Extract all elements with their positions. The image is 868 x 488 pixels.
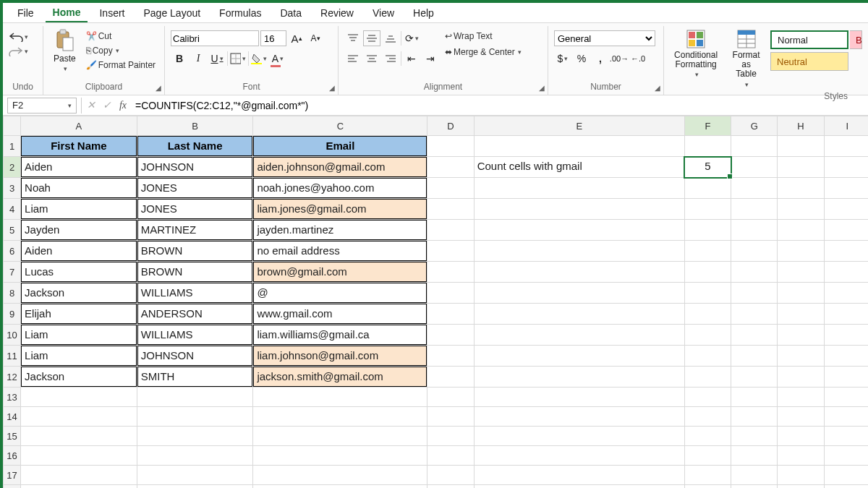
cell-B11[interactable]: JOHNSON [137, 346, 253, 367]
cell-A10[interactable]: Liam [21, 325, 137, 346]
cell-F3[interactable] [684, 178, 731, 199]
cell-B6[interactable]: BROWN [137, 241, 253, 262]
menu-insert[interactable]: Insert [92, 4, 132, 22]
format-as-table-button[interactable]: Format as Table▾ [726, 27, 766, 90]
spreadsheet-grid[interactable]: ABCDEFGHI1First NameLast NameEmail2Aiden… [3, 116, 868, 488]
increase-indent-icon[interactable]: ⇥ [422, 51, 439, 67]
cell-G15[interactable] [731, 427, 778, 446]
cell-H1[interactable] [778, 136, 824, 157]
orientation-icon[interactable]: ⟳▾ [403, 30, 420, 46]
row-header-16[interactable]: 16 [4, 446, 21, 466]
cell-G18[interactable] [731, 485, 778, 489]
cell-F15[interactable] [684, 427, 731, 446]
select-all-corner[interactable] [4, 116, 21, 136]
cell-A6[interactable]: Aiden [21, 241, 137, 262]
cell-D18[interactable] [427, 485, 474, 489]
row-header-1[interactable]: 1 [4, 136, 21, 157]
cell-D3[interactable] [427, 178, 474, 199]
cell-F7[interactable] [684, 262, 731, 283]
undo-icon[interactable]: ▾ [9, 32, 28, 42]
cell-I12[interactable] [824, 367, 868, 388]
cell-F8[interactable] [684, 283, 731, 304]
cell-G5[interactable] [731, 220, 778, 241]
cell-B17[interactable] [137, 466, 253, 485]
cell-H16[interactable] [778, 446, 824, 466]
cell-C13[interactable] [253, 388, 427, 407]
cell-I15[interactable] [824, 427, 868, 446]
row-header-17[interactable]: 17 [4, 466, 21, 485]
menu-view[interactable]: View [365, 4, 401, 22]
cell-C18[interactable] [253, 485, 427, 489]
cell-A18[interactable] [21, 485, 137, 489]
cell-F1[interactable] [684, 136, 731, 157]
cell-I17[interactable] [824, 466, 868, 485]
cell-E1[interactable] [474, 136, 684, 157]
cell-I3[interactable] [824, 178, 868, 199]
percent-format-icon[interactable]: % [573, 51, 590, 67]
cell-C5[interactable]: jayden.martinez [253, 220, 427, 241]
cell-D8[interactable] [427, 283, 474, 304]
cell-G10[interactable] [731, 325, 778, 346]
cell-E11[interactable] [474, 346, 684, 367]
row-header-10[interactable]: 10 [4, 325, 21, 346]
cell-D6[interactable] [427, 241, 474, 262]
comma-format-icon[interactable]: , [592, 51, 609, 67]
cell-C1[interactable]: Email [253, 136, 427, 157]
cell-F17[interactable] [684, 466, 731, 485]
cell-F9[interactable] [684, 304, 731, 325]
cell-E10[interactable] [474, 325, 684, 346]
decrease-decimal-icon[interactable]: ←.0 [629, 51, 647, 67]
cell-I1[interactable] [824, 136, 868, 157]
cut-button[interactable]: ✂️Cut [85, 30, 114, 42]
align-right-icon[interactable] [382, 51, 399, 67]
row-header-15[interactable]: 15 [4, 427, 21, 446]
cell-G13[interactable] [731, 388, 778, 407]
cell-C12[interactable]: jackson.smith@gmail.com [253, 367, 427, 388]
col-header-F[interactable]: F [684, 116, 731, 136]
underline-button[interactable]: U▾ [208, 51, 226, 67]
row-header-12[interactable]: 12 [4, 367, 21, 388]
cell-F5[interactable] [684, 220, 731, 241]
enter-formula-icon[interactable]: ✓ [99, 98, 115, 114]
cell-A8[interactable]: Jackson [21, 283, 137, 304]
cell-F12[interactable] [684, 367, 731, 388]
cell-E16[interactable] [474, 446, 684, 466]
cell-I4[interactable] [824, 199, 868, 220]
alignment-launcher-icon[interactable]: ◢ [539, 84, 545, 92]
row-header-7[interactable]: 7 [4, 262, 21, 283]
cell-A9[interactable]: Elijah [21, 304, 137, 325]
cell-A1[interactable]: First Name [21, 136, 137, 157]
cell-I14[interactable] [824, 407, 868, 427]
cell-B18[interactable] [137, 485, 253, 489]
cell-D5[interactable] [427, 220, 474, 241]
menu-data[interactable]: Data [273, 4, 309, 22]
cell-C6[interactable]: no email address [253, 241, 427, 262]
cell-B8[interactable]: WILLIAMS [137, 283, 253, 304]
cell-F13[interactable] [684, 388, 731, 407]
col-header-D[interactable]: D [427, 116, 474, 136]
cell-F18[interactable] [684, 485, 731, 489]
cell-A13[interactable] [21, 388, 137, 407]
cell-I9[interactable] [824, 304, 868, 325]
cell-G17[interactable] [731, 466, 778, 485]
format-painter-button[interactable]: 🖌️Format Painter [85, 59, 157, 71]
cell-E14[interactable] [474, 407, 684, 427]
cell-D16[interactable] [427, 446, 474, 466]
cell-D13[interactable] [427, 388, 474, 407]
name-box[interactable]: F2▾ [7, 98, 77, 114]
row-header-14[interactable]: 14 [4, 407, 21, 427]
number-format-select[interactable]: General [554, 30, 655, 46]
cell-D4[interactable] [427, 199, 474, 220]
cell-E6[interactable] [474, 241, 684, 262]
cell-G6[interactable] [731, 241, 778, 262]
cell-B10[interactable]: WILLIAMS [137, 325, 253, 346]
cell-G14[interactable] [731, 407, 778, 427]
cell-H4[interactable] [778, 199, 824, 220]
number-launcher-icon[interactable]: ◢ [655, 84, 660, 92]
accounting-format-icon[interactable]: $▾ [554, 51, 571, 67]
cell-I16[interactable] [824, 446, 868, 466]
col-header-B[interactable]: B [137, 116, 253, 136]
cell-C8[interactable]: @ [253, 283, 427, 304]
cell-G3[interactable] [731, 178, 778, 199]
font-name-input[interactable] [171, 30, 259, 46]
